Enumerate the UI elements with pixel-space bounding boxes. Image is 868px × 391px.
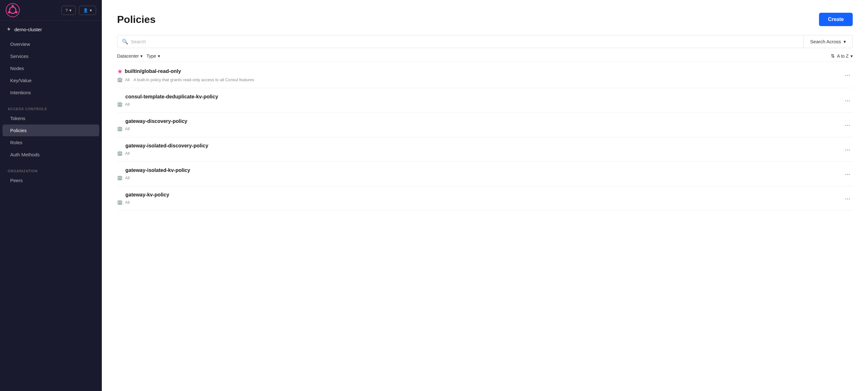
policy-name: builtin/global-read-only <box>125 68 181 74</box>
datacenter-icon: 🏢 <box>117 77 123 82</box>
policy-item[interactable]: gateway-discovery-policy 🏢 All ··· <box>117 113 853 137</box>
help-icon: ? <box>66 8 68 13</box>
sidebar-item-label-overview: Overview <box>10 41 30 47</box>
sidebar-item-label-nodes: Nodes <box>10 66 24 71</box>
svg-point-2 <box>12 5 14 7</box>
policy-info: ★ builtin/global-read-only 🏢 All A built… <box>117 67 254 82</box>
sort-button[interactable]: ⇅ A to Z ▾ <box>831 53 853 59</box>
policy-item[interactable]: consul-template-deduplicate-kv-policy 🏢 … <box>117 88 853 113</box>
more-options-button[interactable]: ··· <box>842 70 853 80</box>
search-icon: 🔍 <box>122 38 128 44</box>
policy-item[interactable]: gateway-isolated-discovery-policy 🏢 All … <box>117 137 853 162</box>
more-options-button[interactable]: ··· <box>842 169 853 179</box>
search-across-button[interactable]: Search Across ▾ <box>804 36 852 48</box>
policy-name: gateway-discovery-policy <box>125 118 187 124</box>
policy-actions: ··· <box>842 95 853 106</box>
sidebar-item-label-policies: Policies <box>10 128 27 133</box>
sidebar: ? ▾ 👤 ▾ ✦ demo-cluster Overview Services… <box>0 0 102 391</box>
search-across-chevron-icon: ▾ <box>843 39 846 44</box>
cluster-icon: ✦ <box>6 26 11 33</box>
datacenter-icon: 🏢 <box>117 151 123 156</box>
organization-section: Organization Peers <box>0 163 102 188</box>
filter-row: Datacenter ▾ Type ▾ ⇅ A to Z ▾ <box>117 53 853 59</box>
type-filter-label: Type <box>146 54 156 59</box>
sidebar-item-auth-methods[interactable]: Auth Methods <box>3 149 99 160</box>
access-controls-section: Access Controls Tokens Policies Roles Au… <box>0 101 102 163</box>
policy-datacenter: All <box>125 151 129 156</box>
svg-point-3 <box>15 11 18 13</box>
policy-actions: ··· <box>842 70 853 80</box>
sidebar-item-label-tokens: Tokens <box>10 116 26 121</box>
policy-datacenter: All <box>125 175 129 180</box>
sort-icon: ⇅ <box>831 53 835 59</box>
policy-meta: 🏢 All <box>117 200 169 205</box>
page-header: Policies Create <box>117 13 853 26</box>
policy-meta: 🏢 All <box>117 175 190 180</box>
more-options-button[interactable]: ··· <box>842 145 853 154</box>
policy-name: consul-template-deduplicate-kv-policy <box>125 94 218 100</box>
search-across-label: Search Across <box>810 39 841 44</box>
sidebar-item-policies[interactable]: Policies <box>3 124 99 136</box>
policy-meta: 🏢 All <box>117 151 209 156</box>
policy-item[interactable]: ★ builtin/global-read-only 🏢 All A built… <box>117 62 853 88</box>
datacenter-icon: 🏢 <box>117 126 123 131</box>
policy-info: gateway-isolated-discovery-policy 🏢 All <box>117 143 209 156</box>
sidebar-topbar: ? ▾ 👤 ▾ <box>0 0 102 21</box>
policy-name-row: gateway-isolated-discovery-policy <box>117 143 209 149</box>
policy-name: gateway-isolated-discovery-policy <box>125 143 209 149</box>
user-icon: 👤 <box>83 8 88 13</box>
policy-actions: ··· <box>842 120 853 130</box>
topbar-right: ? ▾ 👤 ▾ <box>61 6 96 15</box>
policy-meta: 🏢 All A built-in policy that grants read… <box>117 77 254 82</box>
organization-label: Organization <box>0 164 102 174</box>
datacenter-icon: 🏢 <box>117 200 123 205</box>
policy-info: gateway-isolated-kv-policy 🏢 All <box>117 168 190 180</box>
sidebar-item-tokens[interactable]: Tokens <box>3 112 99 124</box>
filter-left: Datacenter ▾ Type ▾ <box>117 54 160 59</box>
sidebar-item-nodes[interactable]: Nodes <box>3 62 99 74</box>
datacenter-filter-label: Datacenter <box>117 54 139 59</box>
sidebar-item-label-roles: Roles <box>10 140 22 145</box>
policy-item[interactable]: gateway-isolated-kv-policy 🏢 All ··· <box>117 162 853 186</box>
help-button[interactable]: ? ▾ <box>61 6 76 15</box>
create-button[interactable]: Create <box>819 13 853 26</box>
more-options-button[interactable]: ··· <box>842 120 853 130</box>
sidebar-item-peers[interactable]: Peers <box>3 175 99 186</box>
policy-meta: 🏢 All <box>117 126 187 131</box>
sidebar-item-label-keyvalue: Key/Value <box>10 78 31 83</box>
datacenter-filter-chevron-icon: ▾ <box>140 54 143 59</box>
cluster-row: ✦ demo-cluster <box>0 21 102 36</box>
sidebar-item-roles[interactable]: Roles <box>3 137 99 148</box>
policy-datacenter: All <box>125 102 129 107</box>
policy-actions: ··· <box>842 193 853 204</box>
sidebar-item-keyvalue[interactable]: Key/Value <box>3 74 99 86</box>
policy-name: gateway-kv-policy <box>125 192 169 198</box>
policy-datacenter: All <box>125 78 129 82</box>
search-input[interactable] <box>131 39 799 44</box>
user-button[interactable]: 👤 ▾ <box>79 6 96 15</box>
user-chevron-icon: ▾ <box>90 8 92 13</box>
policy-info: consul-template-deduplicate-kv-policy 🏢 … <box>117 94 218 107</box>
policy-description: A built-in policy that grants read-only … <box>133 78 254 82</box>
policy-item[interactable]: gateway-kv-policy 🏢 All ··· <box>117 186 853 211</box>
policy-info: gateway-discovery-policy 🏢 All <box>117 118 187 131</box>
sidebar-item-services[interactable]: Services <box>3 50 99 62</box>
search-input-wrap: 🔍 <box>117 35 803 48</box>
type-filter-button[interactable]: Type ▾ <box>146 54 160 59</box>
sort-chevron-icon: ▾ <box>850 54 853 59</box>
policy-name: gateway-isolated-kv-policy <box>125 168 190 173</box>
sidebar-item-overview[interactable]: Overview <box>3 38 99 50</box>
policy-info: gateway-kv-policy 🏢 All <box>117 192 169 205</box>
sidebar-item-label-services: Services <box>10 54 29 59</box>
policy-meta: 🏢 All <box>117 101 218 107</box>
search-bar: 🔍 Search Across ▾ <box>117 35 853 48</box>
main-content: Policies Create 🔍 Search Across ▾ Datace… <box>102 0 868 391</box>
svg-point-4 <box>8 11 10 13</box>
sort-label: A to Z <box>837 54 848 59</box>
main-nav: Overview Services Nodes Key/Value Intent… <box>0 36 102 101</box>
policy-name-row: ★ builtin/global-read-only <box>117 67 254 75</box>
sidebar-item-intentions[interactable]: Intentions <box>3 87 99 98</box>
more-options-button[interactable]: ··· <box>842 193 853 204</box>
datacenter-filter-button[interactable]: Datacenter ▾ <box>117 54 143 59</box>
more-options-button[interactable]: ··· <box>842 95 853 106</box>
